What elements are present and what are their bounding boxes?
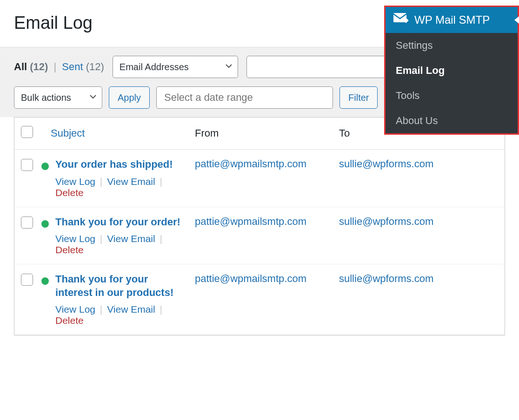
date-range-input[interactable] <box>156 86 333 109</box>
action-separator: | <box>98 304 104 315</box>
mail-icon <box>393 13 409 27</box>
to-email-link[interactable]: sullie@wpforms.com <box>339 216 433 227</box>
view-log-link[interactable]: View Log <box>55 176 95 187</box>
bulk-actions-select[interactable]: Bulk actions <box>14 86 102 109</box>
view-email-link[interactable]: View Email <box>107 233 155 244</box>
submenu-header[interactable]: WP Mail SMTP <box>386 7 518 33</box>
status-sent-icon <box>41 277 49 285</box>
table-row: Your order has shipped! View Log | View … <box>14 150 505 207</box>
status-all-count: (12) <box>30 61 48 72</box>
table-row: Thank you for your order! View Log | Vie… <box>14 207 505 265</box>
status-sent-count: (12) <box>86 61 104 72</box>
status-sent-label: Sent <box>62 61 83 72</box>
from-email-link[interactable]: pattie@wpmailsmtp.com <box>195 158 306 170</box>
action-separator: | <box>158 304 164 315</box>
email-subject-link[interactable]: Thank you for your order! <box>55 216 180 229</box>
submenu-item-tools[interactable]: Tools <box>386 83 518 108</box>
active-indicator-icon <box>514 16 519 24</box>
view-log-link[interactable]: View Log <box>55 304 95 315</box>
filter-button[interactable]: Filter <box>339 86 378 109</box>
submenu-title: WP Mail SMTP <box>414 13 490 26</box>
status-all-label: All <box>14 61 27 72</box>
action-separator: | <box>98 233 104 244</box>
to-email-link[interactable]: sullie@wpforms.com <box>339 158 433 170</box>
delete-link[interactable]: Delete <box>55 244 84 255</box>
row-actions: View Log | View Email | Delete <box>55 233 186 256</box>
view-email-link[interactable]: View Email <box>107 304 155 315</box>
row-checkbox[interactable] <box>21 159 33 171</box>
column-header-from[interactable]: From <box>195 127 339 139</box>
row-checkbox[interactable] <box>21 217 33 229</box>
email-log-table: Subject From To Your order has shipped! … <box>14 117 505 335</box>
select-all-checkbox[interactable] <box>21 126 33 138</box>
action-separator: | <box>98 176 104 187</box>
view-log-link[interactable]: View Log <box>55 233 95 244</box>
status-separator: | <box>51 61 60 72</box>
from-email-link[interactable]: pattie@wpmailsmtp.com <box>195 273 306 284</box>
row-actions: View Log | View Email | Delete <box>55 304 186 326</box>
from-email-link[interactable]: pattie@wpmailsmtp.com <box>195 216 306 227</box>
table-row: Thank you for your interest in our produ… <box>14 264 505 335</box>
delete-link[interactable]: Delete <box>55 187 84 198</box>
view-email-link[interactable]: View Email <box>107 176 155 187</box>
action-separator: | <box>158 233 164 244</box>
status-sent-icon <box>41 163 49 170</box>
wp-mail-smtp-submenu: WP Mail SMTP SettingsEmail LogToolsAbout… <box>384 6 519 135</box>
status-sent-icon <box>41 220 49 228</box>
submenu-item-about-us[interactable]: About Us <box>386 108 518 133</box>
column-header-subject[interactable]: Subject <box>51 127 85 139</box>
submenu-item-email-log[interactable]: Email Log <box>386 58 518 83</box>
email-address-select[interactable]: Email Addresses <box>113 56 238 78</box>
status-filter-links: All (12) | Sent (12) <box>14 61 104 73</box>
email-subject-link[interactable]: Your order has shipped! <box>55 158 173 171</box>
delete-link[interactable]: Delete <box>55 315 84 326</box>
apply-button[interactable]: Apply <box>109 86 150 109</box>
action-separator: | <box>158 176 164 187</box>
email-subject-link[interactable]: Thank you for your interest in our produ… <box>55 273 186 299</box>
status-all-link[interactable]: All (12) <box>14 61 51 72</box>
status-sent-link[interactable]: Sent (12) <box>62 61 104 72</box>
row-checkbox[interactable] <box>21 274 33 286</box>
row-actions: View Log | View Email | Delete <box>55 176 186 198</box>
submenu-item-settings[interactable]: Settings <box>386 33 518 58</box>
to-email-link[interactable]: sullie@wpforms.com <box>339 273 433 284</box>
